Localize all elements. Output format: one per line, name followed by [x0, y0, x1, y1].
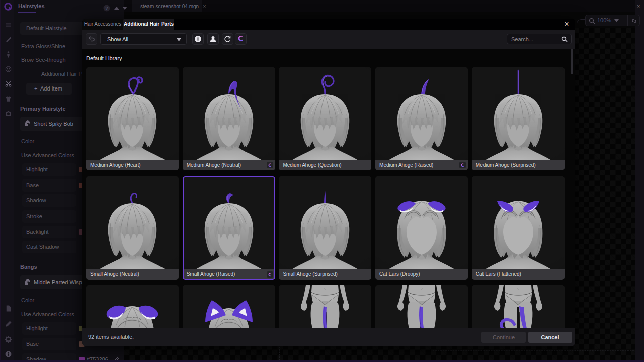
svg-text:?: ? [105, 6, 108, 11]
